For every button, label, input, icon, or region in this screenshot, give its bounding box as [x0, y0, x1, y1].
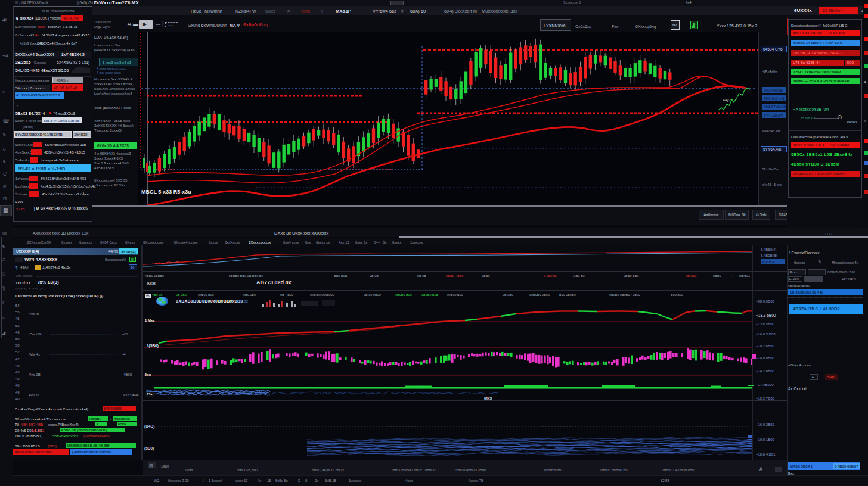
- svg-text:A4y?: A4y?: [723, 98, 731, 102]
